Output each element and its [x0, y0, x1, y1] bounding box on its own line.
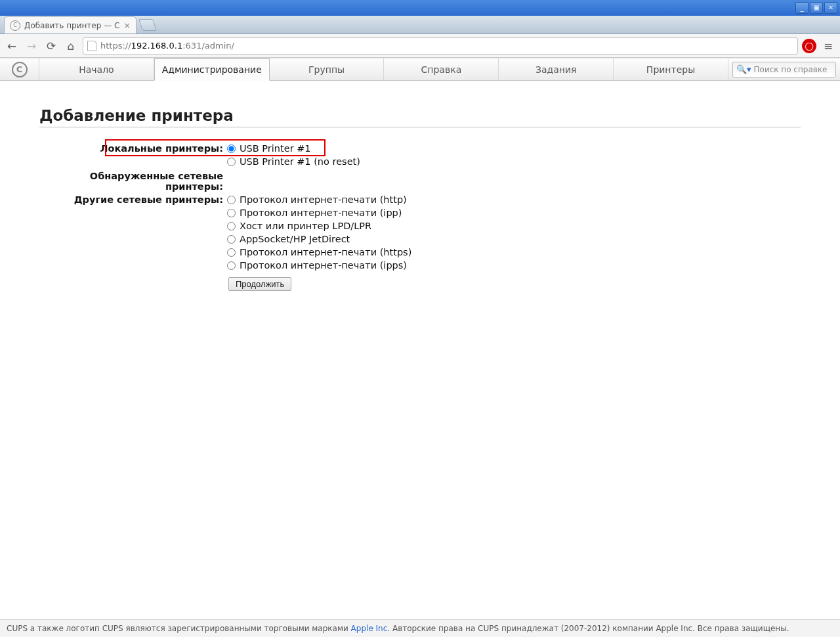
help-search-input[interactable]: 🔍▾ Поиск по справке [732, 62, 836, 77]
search-icon: 🔍▾ [736, 64, 751, 74]
content-area: Добавление принтера Локальные принтеры: … [0, 81, 840, 619]
page-icon [87, 41, 96, 51]
address-url: https://192.168.0.1:631/admin/ [100, 41, 234, 51]
local-printer-radio[interactable] [227, 158, 236, 166]
new-tab-button[interactable] [138, 19, 157, 31]
reload-button[interactable]: ⟳ [43, 38, 59, 54]
window-minimize-button[interactable]: _ [795, 2, 808, 14]
local-printer-option[interactable]: USB Printer #1 [227, 142, 360, 155]
cups-nav: C НачалоАдминистрированиеГруппыСправкаЗа… [0, 58, 840, 81]
footer-text-pre: CUPS а также логотип CUPS являются зарег… [7, 624, 351, 633]
back-button[interactable]: ← [4, 38, 20, 54]
page-title: Добавление принтера [39, 107, 801, 127]
row-other-network: Другие сетевые принтеры: Протокол интерн… [39, 193, 801, 272]
nav-item-5[interactable]: Принтеры [614, 58, 728, 80]
other-network-option[interactable]: Протокол интернет-печати (https) [227, 246, 411, 259]
other-network-option[interactable]: Протокол интернет-печати (ipps) [227, 259, 411, 272]
help-search-wrap: 🔍▾ Поиск по справке [728, 58, 840, 80]
window-maximize-button[interactable]: ▣ [810, 2, 823, 14]
other-network-radio[interactable] [227, 196, 236, 204]
footer: CUPS а также логотип CUPS являются зарег… [0, 619, 840, 637]
other-network-radio[interactable] [227, 222, 236, 231]
tab-close-icon[interactable]: × [123, 20, 131, 30]
row-local-printers: Локальные принтеры: USB Printer #1USB Pr… [39, 142, 801, 168]
other-network-radio[interactable] [227, 261, 236, 270]
local-printer-radio[interactable] [227, 144, 236, 153]
continue-button[interactable]: Продолжить [228, 277, 291, 291]
local-printer-label: USB Printer #1 [240, 142, 311, 155]
other-network-label: Хост или принтер LPD/LPR [240, 219, 371, 232]
label-local-printers: Локальные принтеры: [39, 142, 227, 154]
other-network-label: Протокол интернет-печати (https) [240, 246, 411, 259]
nav-item-1[interactable]: Администрирование [154, 58, 270, 81]
other-network-option[interactable]: Хост или принтер LPD/LPR [227, 219, 411, 232]
other-network-option[interactable]: AppSocket/HP JetDirect [227, 232, 411, 246]
other-network-label: Протокол интернет-печати (http) [240, 193, 407, 206]
footer-text-post: Авторские права на CUPS принадлежат (200… [390, 624, 789, 633]
cups-favicon: C [10, 20, 20, 31]
other-network-option[interactable]: Протокол интернет-печати (http) [227, 193, 411, 206]
browser-toolbar: ← → ⟳ ⌂ https://192.168.0.1:631/admin/ ◯… [0, 34, 840, 58]
url-scheme: https:// [100, 41, 131, 51]
other-network-label: Протокол интернет-печати (ipps) [240, 259, 407, 272]
browser-menu-button[interactable]: ≡ [820, 38, 836, 54]
label-other-network: Другие сетевые принтеры: [39, 193, 227, 205]
row-continue: Продолжить [39, 273, 801, 291]
footer-link-apple[interactable]: Apple Inc. [351, 624, 390, 633]
adblock-icon[interactable]: ◯ [802, 39, 816, 53]
nav-item-3[interactable]: Справка [384, 58, 499, 80]
browser-tab[interactable]: C Добавить принтер — C × [4, 16, 136, 33]
browser-tab-title: Добавить принтер — C [24, 21, 119, 30]
other-network-label: AppSocket/HP JetDirect [240, 232, 350, 246]
local-printer-option[interactable]: USB Printer #1 (no reset) [227, 155, 360, 168]
nav-item-4[interactable]: Задания [499, 58, 614, 80]
label-discovered-network: Обнаруженные сетевые принтеры: [39, 169, 227, 192]
cups-logo[interactable]: C [0, 58, 39, 80]
help-search-placeholder: Поиск по справке [754, 65, 828, 74]
nav-item-2[interactable]: Группы [270, 58, 385, 80]
os-titlebar: _ ▣ ✕ [0, 0, 840, 16]
local-printer-label: USB Printer #1 (no reset) [240, 155, 360, 168]
forward-button[interactable]: → [24, 38, 39, 54]
other-network-radio[interactable] [227, 235, 236, 244]
browser-tab-strip: C Добавить принтер — C × [0, 16, 840, 34]
other-network-radio[interactable] [227, 209, 236, 217]
home-button[interactable]: ⌂ [63, 38, 79, 54]
address-bar[interactable]: https://192.168.0.1:631/admin/ [83, 37, 798, 55]
other-network-option[interactable]: Протокол интернет-печати (ipp) [227, 206, 411, 219]
window-close-button[interactable]: ✕ [824, 2, 837, 14]
row-discovered-network: Обнаруженные сетевые принтеры: [39, 169, 801, 192]
nav-item-0[interactable]: Начало [39, 58, 154, 80]
other-network-label: Протокол интернет-печати (ipp) [240, 206, 402, 219]
url-path: :631/admin/ [182, 41, 234, 51]
other-network-radio[interactable] [227, 248, 236, 257]
url-host: 192.168.0.1 [131, 41, 183, 51]
